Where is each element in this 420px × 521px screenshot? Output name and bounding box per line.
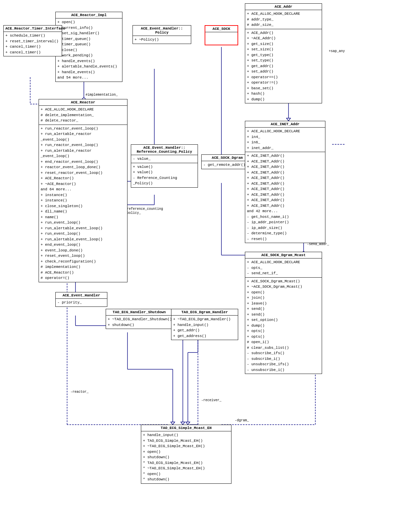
ace-reactor-section2: + run_reactor_event_loop() + run_alertab… xyxy=(39,125,127,282)
tao-ecg-simple-mcast-eh-section1: + handle_input() + TAO_ECG_Simple_Mcast_… xyxy=(141,431,231,483)
ace-sock-dgram-mcast-section1: + ACE_ALLOC_HOOK_DECLARE - opts_ - send_… xyxy=(245,258,322,278)
tao-ecg-dgram-handler-section1: + ~TAO_ECG_Dgram_Handler() + handle_inpu… xyxy=(171,316,238,340)
svg-text:-reactor_: -reactor_ xyxy=(70,390,89,394)
ace-event-handler-policy-section1: + ~Policy() xyxy=(133,36,191,44)
tao-ecg-handler-shutdown-title: TAO_ECG_Handler_Shutdown xyxy=(106,309,172,316)
svg-marker-33 xyxy=(181,422,185,425)
ace-sock-section1 xyxy=(205,32,238,44)
ace-event-handler-ref-count-section2: + value() + value() - Reference_Counting… xyxy=(131,163,198,187)
ace-inet-addr-section1: + ACE_ALLOC_HOOK_DECLARE + in4_ + in6_ +… xyxy=(245,128,325,152)
ace-addr-box: ACE_Addr + ACE_ALLOC_HOOK_DECLARE # addr… xyxy=(245,3,322,103)
svg-text:+sap_any: +sap_any xyxy=(329,49,345,53)
ace-reactor-timer-interface-section1: + schedule_timer() + reset_timer_interva… xyxy=(4,32,62,56)
ace-event-handler-ref-count-box: ACE_Event_Handler::Reference_Counting_Po… xyxy=(131,144,198,188)
ace-inet-addr-section2: + ACE_INET_Addr() + ACE_INET_Addr() + AC… xyxy=(245,152,325,243)
ace-sock-dgram-mcast-title: ACE_SOCK_Dgram_Mcast xyxy=(245,252,322,258)
ace-sock-dgram-mcast-box: ACE_SOCK_Dgram_Mcast + ACE_ALLOC_HOOK_DE… xyxy=(245,252,322,374)
tao-ecg-dgram-handler-title: TAO_ECG_Dgram_Handler xyxy=(171,309,238,316)
ace-event-handler-policy-box: ACE_Event_Handler::Policy + ~Policy() xyxy=(133,25,191,44)
ace-sock-title: ACE_SOCK xyxy=(205,26,238,32)
ace-addr-title: ACE_Addr xyxy=(245,4,322,10)
ace-reactor-impl-section1: + open() + current_info() + set_sig_hand… xyxy=(56,18,122,82)
tao-ecg-handler-shutdown-section1: + ~TAO_ECG_Handler_Shutdown() + shutdown… xyxy=(106,316,172,329)
ace-reactor-timer-interface-title: ACE_Reactor_Timer_Interface xyxy=(4,26,62,32)
ace-addr-section2: + ACE_Addr() + ~ACE_Addr() + get_size() … xyxy=(245,29,322,103)
ace-reactor-title: ACE_Reactor xyxy=(39,99,127,106)
ace-inet-addr-title: ACE_INET_Addr xyxy=(245,121,325,128)
tao-ecg-simple-mcast-eh-title: TAO_ECG_Simple_Mcast_EH xyxy=(141,425,231,431)
svg-text:-receiver_: -receiver_ xyxy=(201,398,222,402)
svg-marker-17 xyxy=(286,118,291,121)
svg-marker-37 xyxy=(171,422,175,425)
ace-reactor-timer-interface-box: ACE_Reactor_Timer_Interface + schedule_t… xyxy=(3,25,62,56)
ace-event-handler-section1: - priority_ xyxy=(56,299,107,306)
ace-event-handler-box: ACE_Event_Handler - priority_ xyxy=(55,292,107,307)
ace-event-handler-policy-title: ACE_Event_Handler::Policy xyxy=(133,26,191,36)
ace-reactor-box: ACE_Reactor + ACE_ALLOC_HOOK_DECLARE # d… xyxy=(39,99,127,282)
svg-marker-41 xyxy=(186,422,190,425)
svg-text:-dgram_: -dgram_ xyxy=(235,419,249,422)
svg-text:#implementation_: #implementation_ xyxy=(86,93,118,97)
tao-ecg-dgram-handler-box: TAO_ECG_Dgram_Handler + ~TAO_ECG_Dgram_H… xyxy=(171,309,238,340)
tao-ecg-simple-mcast-eh-box: TAO_ECG_Simple_Mcast_EH + handle_input()… xyxy=(141,425,231,484)
ace-sock-dgram-mcast-section2: + ACE_SOCK_Dgram_Mcast() + ~ACE_SOCK_Dgr… xyxy=(245,278,322,374)
ace-inet-addr-box: ACE_INET_Addr + ACE_ALLOC_HOOK_DECLARE +… xyxy=(245,121,325,243)
ace-event-handler-ref-count-section1: - value_ xyxy=(131,155,198,163)
svg-text:-reference_counting: -reference_counting xyxy=(125,207,163,211)
tao-ecg-handler-shutdown-box: TAO_ECG_Handler_Shutdown + ~TAO_ECG_Hand… xyxy=(106,309,173,329)
ace-reactor-impl-box: ACE_Reactor_Impl + open() + current_info… xyxy=(55,12,122,82)
ace-addr-section1: + ACE_ALLOC_HOOK_DECLARE # addr_type_ # … xyxy=(245,10,322,29)
ace-event-handler-title: ACE_Event_Handler xyxy=(56,292,107,299)
ace-sock-box: ACE_SOCK xyxy=(205,25,238,45)
ace-event-handler-ref-count-title: ACE_Event_Handler::Reference_Counting_Po… xyxy=(131,145,198,155)
ace-reactor-impl-title: ACE_Reactor_Impl xyxy=(56,12,122,18)
ace-reactor-section1: + ACE_ALLOC_HOOK_DECLARE # delete_implem… xyxy=(39,106,127,125)
